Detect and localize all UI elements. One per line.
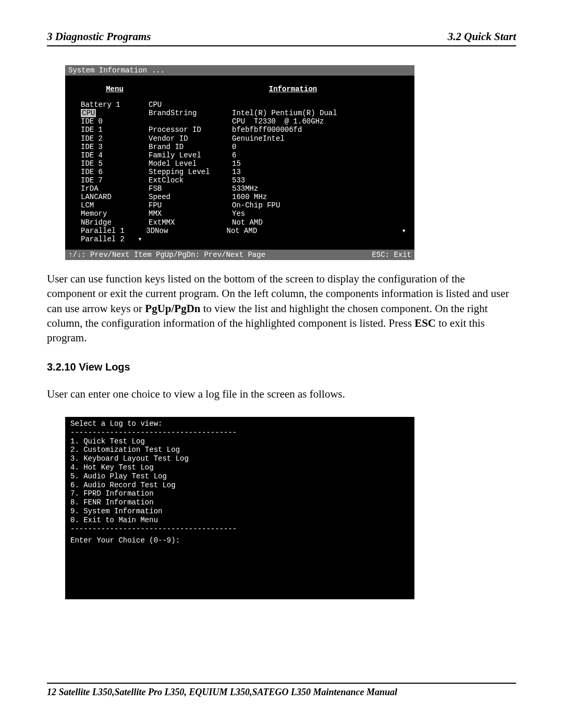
info-key bbox=[149, 235, 232, 243]
paragraph-2: User can enter one choice to view a log … bbox=[47, 387, 516, 401]
menu-item[interactable]: Memory bbox=[81, 209, 149, 218]
page-footer: 12 Satellite L350,Satellite Pro L350, EQ… bbox=[47, 683, 516, 698]
table-row: IDE 5Model Level15 bbox=[81, 159, 406, 168]
info-value: GenuineIntel bbox=[232, 134, 406, 143]
log-select-header: Select a Log to view: bbox=[70, 419, 409, 428]
footer-title: Satellite L350,Satellite Pro L350, EQUIU… bbox=[59, 687, 398, 697]
info-key: BrandString bbox=[149, 109, 232, 117]
table-row: IrDAFSB533MHz bbox=[81, 184, 406, 193]
system-info-terminal: System Information ... Menu Information … bbox=[65, 65, 414, 260]
info-value: Not AMD bbox=[232, 218, 406, 227]
table-row: LCMFPUOn-Chip FPU bbox=[81, 201, 406, 209]
divider: -------------------------------------- bbox=[70, 428, 409, 437]
view-logs-terminal: Select a Log to view: ------------------… bbox=[65, 417, 414, 599]
log-menu-item[interactable]: 8. FENR Information bbox=[70, 498, 409, 507]
info-header: Information bbox=[180, 85, 406, 93]
log-menu-item[interactable]: 5. Audio Play Test Log bbox=[70, 472, 409, 481]
log-menu-item[interactable]: 4. Hot Key Test Log bbox=[70, 463, 409, 472]
footer-hint-left: ↑/↓: Prev/Next Item PgUp/PgDn: Prev/Next… bbox=[68, 251, 265, 259]
info-value: CPU T2330 @ 1.60GHz bbox=[232, 117, 406, 126]
info-key: Speed bbox=[149, 193, 232, 201]
table-row: Parallel 2 ▾ bbox=[81, 235, 406, 243]
log-prompt[interactable]: Enter Your Choice (0--9): bbox=[70, 536, 409, 545]
info-value: 15 bbox=[232, 159, 406, 168]
info-key: ExtMMX bbox=[149, 218, 232, 227]
menu-item[interactable]: IrDA bbox=[81, 184, 149, 193]
table-row: MemoryMMXYes bbox=[81, 209, 406, 218]
table-row: IDE 1Processor IDbfebfbff000006fd bbox=[81, 126, 406, 134]
info-value: Yes bbox=[232, 209, 406, 218]
log-menu-item[interactable]: 2. Customization Test Log bbox=[70, 446, 409, 454]
menu-item[interactable]: NBridge bbox=[81, 218, 149, 227]
terminal-titlebar: System Information ... bbox=[65, 65, 414, 76]
info-key: Model Level bbox=[149, 159, 232, 168]
info-value: 1600 MHz bbox=[232, 193, 406, 201]
log-menu-item[interactable]: 7. FPRD Information bbox=[70, 489, 409, 498]
log-menu-item[interactable]: 6. Audio Record Test Log bbox=[70, 481, 409, 490]
info-value: 533MHz bbox=[232, 184, 406, 193]
info-value: bfebfbff000006fd bbox=[232, 126, 406, 134]
info-value: On-Chip FPU bbox=[232, 201, 406, 209]
table-row: LANCARDSpeed1600 MHz bbox=[81, 193, 406, 201]
menu-item[interactable]: IDE 6 bbox=[81, 168, 149, 176]
info-value: 13 bbox=[232, 168, 406, 176]
table-row: IDE 2Vendor IDGenuineIntel bbox=[81, 134, 406, 143]
menu-item[interactable]: IDE 4 bbox=[81, 151, 149, 159]
info-value: Intel(R) Pentium(R) Dual bbox=[232, 109, 406, 117]
table-row: CPUBrandStringIntel(R) Pentium(R) Dual bbox=[81, 109, 406, 117]
page-number: 12 bbox=[47, 687, 56, 697]
table-row: Parallel 13DNowNot AMD ▾ bbox=[81, 227, 406, 235]
table-row: NBridgeExtMMXNot AMD bbox=[81, 218, 406, 227]
menu-item[interactable]: CPU bbox=[81, 109, 149, 117]
page-header: 3 Diagnostic Programs 3.2 Quick Start bbox=[47, 30, 516, 46]
info-value bbox=[232, 235, 406, 243]
info-value: 533 bbox=[232, 176, 406, 184]
info-key: FSB bbox=[149, 184, 232, 193]
menu-item[interactable]: Battery 1 bbox=[81, 101, 149, 109]
info-value: 6 bbox=[232, 151, 406, 159]
log-menu-item[interactable]: 1. Quick Test Log bbox=[70, 437, 409, 446]
table-row: IDE 6Stepping Level13 bbox=[81, 168, 406, 176]
info-key: Brand ID bbox=[149, 143, 232, 151]
log-menu-item[interactable]: 3. Keyboard Layout Test Log bbox=[70, 454, 409, 463]
section-heading-view-logs: 3.2.10 View Logs bbox=[47, 361, 516, 373]
info-key: Vendor ID bbox=[149, 134, 232, 143]
log-menu-item[interactable]: 0. Exit to Main Menu bbox=[70, 516, 409, 525]
table-row: IDE 3Brand ID0 bbox=[81, 143, 406, 151]
footer-hint-right: ESC: Exit bbox=[372, 251, 411, 259]
info-key: Stepping Level bbox=[149, 168, 232, 176]
info-key: Processor ID bbox=[149, 126, 232, 134]
menu-item[interactable]: IDE 7 bbox=[81, 176, 149, 184]
menu-item[interactable]: IDE 0 bbox=[81, 117, 149, 126]
menu-item[interactable]: IDE 3 bbox=[81, 143, 149, 151]
menu-item[interactable]: Parallel 2 ▾ bbox=[81, 235, 149, 243]
table-row: Battery 1CPU bbox=[81, 101, 406, 109]
info-key: MMX bbox=[149, 209, 232, 218]
menu-item[interactable]: LANCARD bbox=[81, 193, 149, 201]
menu-item[interactable]: IDE 1 bbox=[81, 126, 149, 134]
menu-item[interactable]: IDE 5 bbox=[81, 159, 149, 168]
paragraph-1: User can use function keys listed on the… bbox=[47, 272, 516, 346]
menu-item[interactable]: Parallel 1 bbox=[81, 227, 146, 235]
info-key bbox=[149, 117, 232, 126]
menu-item[interactable]: IDE 2 bbox=[81, 134, 149, 143]
divider: -------------------------------------- bbox=[70, 525, 409, 534]
table-row: IDE 4Family Level6 bbox=[81, 151, 406, 159]
info-key: ExtClock bbox=[149, 176, 232, 184]
table-row: IDE 7ExtClock533 bbox=[81, 176, 406, 184]
info-key: FPU bbox=[149, 201, 232, 209]
menu-item[interactable]: LCM bbox=[81, 201, 149, 209]
terminal-footer: ↑/↓: Prev/Next Item PgUp/PgDn: Prev/Next… bbox=[65, 250, 414, 260]
info-value: Not AMD ▾ bbox=[227, 227, 406, 235]
log-menu-item[interactable]: 9. System Information bbox=[70, 507, 409, 516]
info-value: 0 bbox=[232, 143, 406, 151]
info-key: 3DNow bbox=[146, 227, 226, 235]
info-key: CPU bbox=[149, 101, 232, 109]
info-value bbox=[232, 101, 406, 109]
menu-header: Menu bbox=[81, 85, 149, 93]
header-right: 3.2 Quick Start bbox=[448, 30, 516, 43]
table-row: IDE 0CPU T2330 @ 1.60GHz bbox=[81, 117, 406, 126]
info-key: Family Level bbox=[149, 151, 232, 159]
header-left: 3 Diagnostic Programs bbox=[47, 30, 151, 43]
